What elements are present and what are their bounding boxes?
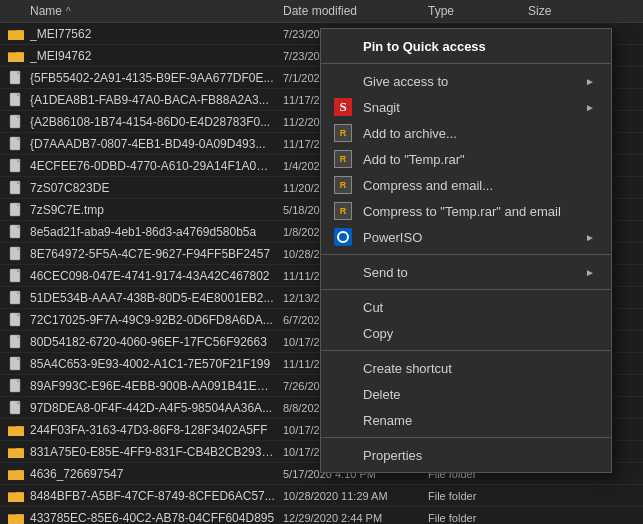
file-name-text: 85A4C653-9E93-4002-A1C1-7E570F21F199 bbox=[30, 357, 270, 371]
ctx-item-pin[interactable]: Pin to Quick access bbox=[321, 33, 611, 59]
ctx-item-cut[interactable]: Cut bbox=[321, 294, 611, 320]
file-name-cell: 89AF993C-E96E-4EBB-900B-AA091B41EEC0 bbox=[0, 378, 275, 394]
header-date[interactable]: Date modified bbox=[275, 4, 420, 18]
rar-icon: R bbox=[333, 203, 353, 219]
context-menu-separator bbox=[321, 350, 611, 351]
header-type[interactable]: Type bbox=[420, 4, 520, 18]
file-icon bbox=[8, 400, 24, 416]
ctx-item-label: Pin to Quick access bbox=[363, 39, 486, 54]
file-icon bbox=[8, 290, 24, 306]
file-name-cell: 97D8DEA8-0F4F-442D-A4F5-98504AA36A... bbox=[0, 400, 275, 416]
header-size[interactable]: Size bbox=[520, 4, 600, 18]
ctx-item-properties[interactable]: Properties bbox=[321, 442, 611, 468]
file-name-text: 89AF993C-E96E-4EBB-900B-AA091B41EEC0 bbox=[30, 379, 275, 393]
ctx-item-label: Compress to "Temp.rar" and email bbox=[363, 204, 561, 219]
ctx-no-icon bbox=[333, 360, 353, 376]
file-name-cell: {A1DEA8B1-FAB9-47A0-BACA-FB88A2A3... bbox=[0, 92, 275, 108]
file-icon bbox=[8, 312, 24, 328]
ctx-item-add_temp[interactable]: R Add to "Temp.rar" bbox=[321, 146, 611, 172]
file-icon bbox=[8, 70, 24, 86]
ctx-item-left: R Compress to "Temp.rar" and email bbox=[333, 203, 561, 219]
folder-icon bbox=[8, 444, 24, 460]
ctx-item-left: Properties bbox=[333, 447, 422, 463]
file-date: 12/29/2020 2:44 PM bbox=[275, 512, 420, 524]
file-type: File folder bbox=[420, 512, 520, 524]
file-name-cell: 51DE534B-AAA7-438B-80D5-E4E8001EB2... bbox=[0, 290, 275, 306]
file-name-cell: {D7AAADB7-0807-4EB1-BD49-0A09D493... bbox=[0, 136, 275, 152]
ctx-item-label: Compress and email... bbox=[363, 178, 493, 193]
ctx-item-create_shortcut[interactable]: Create shortcut bbox=[321, 355, 611, 381]
rar-icon: R bbox=[333, 177, 353, 193]
file-name-text: 51DE534B-AAA7-438B-80D5-E4E8001EB2... bbox=[30, 291, 274, 305]
file-name-text: _MEI77562 bbox=[30, 27, 91, 41]
ctx-no-icon bbox=[333, 299, 353, 315]
ctx-item-send_to[interactable]: Send to ► bbox=[321, 259, 611, 285]
file-name-text: 433785EC-85E6-40C2-AB78-04CFF604D895 bbox=[30, 511, 274, 525]
ctx-item-left: S Snagit bbox=[333, 99, 400, 115]
file-name-text: 7zS9C7E.tmp bbox=[30, 203, 104, 217]
ctx-item-left: Rename bbox=[333, 412, 412, 428]
ctx-item-rename[interactable]: Rename bbox=[321, 407, 611, 433]
ctx-item-snagit[interactable]: S Snagit ► bbox=[321, 94, 611, 120]
file-name-cell: 8E764972-5F5A-4C7E-9627-F94FF5BF2457 bbox=[0, 246, 275, 262]
ctx-item-left: Create shortcut bbox=[333, 360, 452, 376]
file-name-text: 244F03FA-3163-47D3-86F8-128F3402A5FF bbox=[30, 423, 267, 437]
file-icon bbox=[8, 246, 24, 262]
file-row[interactable]: 8484BFB7-A5BF-47CF-8749-8CFED6AC57... 10… bbox=[0, 485, 643, 507]
svg-rect-65 bbox=[8, 493, 24, 502]
ctx-item-poweriso[interactable]: PowerISO ► bbox=[321, 224, 611, 250]
file-icon bbox=[8, 268, 24, 284]
ctx-item-delete[interactable]: Delete bbox=[321, 381, 611, 407]
file-type: File folder bbox=[420, 490, 520, 502]
submenu-arrow: ► bbox=[585, 76, 595, 87]
ctx-item-compress_temp_email[interactable]: R Compress to "Temp.rar" and email bbox=[321, 198, 611, 224]
file-name-text: _MEI94762 bbox=[30, 49, 91, 63]
ctx-item-left: R Compress and email... bbox=[333, 177, 493, 193]
ctx-item-left: Give access to bbox=[333, 73, 448, 89]
file-name-text: 72C17025-9F7A-49C9-92B2-0D6FD8A6DA... bbox=[30, 313, 273, 327]
folder-icon bbox=[8, 422, 24, 438]
file-name-text: {D7AAADB7-0807-4EB1-BD49-0A09D493... bbox=[30, 137, 265, 151]
ctx-item-label: Copy bbox=[363, 326, 393, 341]
file-name-cell: 244F03FA-3163-47D3-86F8-128F3402A5FF bbox=[0, 422, 275, 438]
submenu-arrow: ► bbox=[585, 267, 595, 278]
file-name-text: {A2B86108-1B74-4154-86D0-E4D28783F0... bbox=[30, 115, 270, 129]
ctx-item-label: Send to bbox=[363, 265, 408, 280]
file-name-text: 97D8DEA8-0F4F-442D-A4F5-98504AA36A... bbox=[30, 401, 272, 415]
rar-icon: R bbox=[333, 125, 353, 141]
ctx-item-copy[interactable]: Copy bbox=[321, 320, 611, 346]
file-name-cell: 8484BFB7-A5BF-47CF-8749-8CFED6AC57... bbox=[0, 488, 275, 504]
ctx-item-label: Properties bbox=[363, 448, 422, 463]
ctx-no-icon bbox=[333, 386, 353, 402]
svg-rect-59 bbox=[8, 449, 24, 458]
ctx-item-give_access[interactable]: Give access to ► bbox=[321, 68, 611, 94]
ctx-item-left: Cut bbox=[333, 299, 383, 315]
file-name-cell: 46CEC098-047E-4741-9174-43A42C467802 bbox=[0, 268, 275, 284]
ctx-item-add_archive[interactable]: R Add to archive... bbox=[321, 120, 611, 146]
ctx-item-label: Create shortcut bbox=[363, 361, 452, 376]
ctx-no-icon bbox=[333, 325, 353, 341]
ctx-item-compress_email[interactable]: R Compress and email... bbox=[321, 172, 611, 198]
file-icon bbox=[8, 378, 24, 394]
ctx-item-left: Pin to Quick access bbox=[333, 38, 486, 54]
file-row[interactable]: 433785EC-85E6-40C2-AB78-04CFF604D895 12/… bbox=[0, 507, 643, 524]
file-name-text: 8484BFB7-A5BF-47CF-8749-8CFED6AC57... bbox=[30, 489, 275, 503]
ctx-item-label: Cut bbox=[363, 300, 383, 315]
ctx-no-icon bbox=[333, 264, 353, 280]
file-name-cell: _MEI77562 bbox=[0, 26, 275, 42]
file-name-text: 46CEC098-047E-4741-9174-43A42C467802 bbox=[30, 269, 270, 283]
ctx-item-label: Give access to bbox=[363, 74, 448, 89]
header-name[interactable]: Name ^ bbox=[0, 4, 275, 18]
ctx-item-left: PowerISO bbox=[333, 229, 422, 245]
file-icon bbox=[8, 334, 24, 350]
file-name-cell: 80D54182-6720-4060-96EF-17FC56F92663 bbox=[0, 334, 275, 350]
file-name-text: 831A75E0-E85E-4FF9-831F-CB4B2CB293C2 bbox=[30, 445, 275, 459]
file-name-cell: 433785EC-85E6-40C2-AB78-04CFF604D895 bbox=[0, 510, 275, 525]
folder-icon bbox=[8, 26, 24, 42]
folder-icon bbox=[8, 510, 24, 525]
ctx-item-left: Send to bbox=[333, 264, 408, 280]
file-name-cell: {A2B86108-1B74-4154-86D0-E4D28783F0... bbox=[0, 114, 275, 130]
file-name-text: 80D54182-6720-4060-96EF-17FC56F92663 bbox=[30, 335, 267, 349]
svg-rect-2 bbox=[8, 31, 24, 40]
file-icon bbox=[8, 180, 24, 196]
